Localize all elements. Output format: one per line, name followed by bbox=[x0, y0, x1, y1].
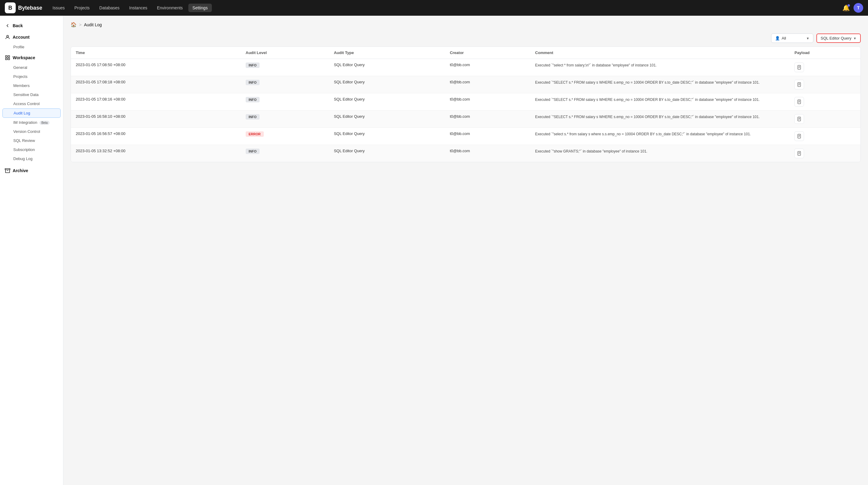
cell-type: SQL Editor Query bbox=[329, 76, 445, 93]
cell-type: SQL Editor Query bbox=[329, 145, 445, 162]
payload-icon bbox=[797, 117, 802, 121]
im-integration-beta-badge: Beta bbox=[39, 121, 50, 125]
cell-payload bbox=[789, 111, 861, 128]
table-row: 2023-01-05 16:58:10 +08:00 INFO SQL Edit… bbox=[71, 111, 861, 128]
nav-settings[interactable]: Settings bbox=[188, 4, 212, 12]
nav-issues[interactable]: Issues bbox=[48, 4, 69, 12]
svg-rect-4 bbox=[8, 58, 10, 60]
notification-dot bbox=[847, 4, 850, 7]
cell-type: SQL Editor Query bbox=[329, 93, 445, 111]
svg-rect-3 bbox=[5, 58, 7, 60]
cell-payload bbox=[789, 145, 861, 162]
workspace-section: Workspace General Projects Members Sensi… bbox=[0, 53, 63, 163]
cell-comment: Executed `"show GRANTS;"` in database "e… bbox=[530, 145, 789, 162]
table-row: 2023-01-05 13:32:52 +08:00 INFO SQL Edit… bbox=[71, 145, 861, 162]
account-section: Account Profile bbox=[0, 32, 63, 51]
level-badge: INFO bbox=[246, 97, 259, 103]
payload-icon bbox=[797, 65, 802, 70]
sidebar-item-debug-log[interactable]: Debug Log bbox=[2, 154, 61, 163]
cell-level: ERROR bbox=[241, 128, 329, 145]
cell-level: INFO bbox=[241, 93, 329, 111]
app-layout: Back Account Profile Works bbox=[0, 0, 868, 485]
payload-button[interactable] bbox=[794, 114, 804, 124]
cell-time: 2023-01-05 17:08:16 +08:00 bbox=[71, 93, 241, 111]
cell-comment: Executed `"SELECT s.* FROM salary s WHER… bbox=[530, 93, 789, 111]
cell-payload bbox=[789, 128, 861, 145]
payload-icon bbox=[797, 99, 802, 104]
payload-button[interactable] bbox=[794, 97, 804, 107]
sidebar-archive[interactable]: Archive bbox=[0, 166, 63, 176]
workspace-label: Workspace bbox=[13, 55, 35, 60]
table-row: 2023-01-05 17:08:50 +08:00 INFO SQL Edit… bbox=[71, 59, 861, 76]
account-group[interactable]: Account bbox=[0, 32, 63, 42]
cell-time: 2023-01-05 17:08:18 +08:00 bbox=[71, 76, 241, 93]
cell-payload bbox=[789, 76, 861, 93]
cell-comment: Executed `"select s.* from salary s wher… bbox=[530, 128, 789, 145]
breadcrumb: 🏠 > Audit Log bbox=[71, 22, 861, 27]
cell-creator: t0@bb.com bbox=[445, 76, 530, 93]
user-filter-arrow: ▼ bbox=[806, 36, 809, 40]
col-audit-level: Audit Level bbox=[241, 47, 329, 59]
breadcrumb-home[interactable]: 🏠 bbox=[71, 22, 77, 27]
archive-label: Archive bbox=[13, 168, 28, 173]
nav-projects[interactable]: Projects bbox=[70, 4, 94, 12]
notification-bell[interactable]: 🔔 bbox=[842, 4, 850, 11]
payload-button[interactable] bbox=[794, 149, 804, 158]
svg-point-0 bbox=[7, 35, 8, 37]
type-filter-select[interactable]: SQL Editor Query ▼ bbox=[816, 33, 861, 43]
payload-button[interactable] bbox=[794, 80, 804, 89]
workspace-icon bbox=[5, 55, 10, 60]
cell-type: SQL Editor Query bbox=[329, 128, 445, 145]
cell-payload bbox=[789, 93, 861, 111]
app-logo[interactable]: B Bytebase bbox=[5, 2, 42, 13]
cell-comment: Executed `"select * from salary;\n"` in … bbox=[530, 59, 789, 76]
sidebar-item-sql-review[interactable]: SQL Review bbox=[2, 136, 61, 145]
nav-databases[interactable]: Databases bbox=[95, 4, 124, 12]
col-audit-type: Audit Type bbox=[329, 47, 445, 59]
sidebar-item-im-integration[interactable]: IM Integration Beta bbox=[2, 118, 61, 127]
breadcrumb-current: Audit Log bbox=[84, 22, 102, 27]
user-filter-value: All bbox=[782, 36, 786, 40]
back-button[interactable]: Back bbox=[0, 21, 63, 31]
sidebar-item-profile[interactable]: Profile bbox=[2, 42, 61, 51]
col-time: Time bbox=[71, 47, 241, 59]
cell-payload bbox=[789, 59, 861, 76]
sidebar-item-access-control[interactable]: Access Control bbox=[2, 99, 61, 108]
level-badge: INFO bbox=[246, 149, 259, 154]
payload-icon bbox=[797, 151, 802, 156]
user-filter-select[interactable]: 👤 All ▼ bbox=[771, 33, 813, 43]
svg-rect-1 bbox=[5, 56, 7, 57]
cell-level: INFO bbox=[241, 59, 329, 76]
col-comment: Comment bbox=[530, 47, 789, 59]
sidebar-item-members[interactable]: Members bbox=[2, 81, 61, 90]
main-content: 🏠 > Audit Log 👤 All ▼ SQL Editor Query ▼… bbox=[63, 16, 868, 485]
sidebar-item-version-control[interactable]: Version Control bbox=[2, 127, 61, 136]
table-row: 2023-01-05 17:08:16 +08:00 INFO SQL Edit… bbox=[71, 93, 861, 111]
user-avatar[interactable]: T bbox=[854, 3, 863, 13]
level-badge: INFO bbox=[246, 62, 259, 68]
sidebar-back-section: Back bbox=[0, 21, 63, 31]
level-badge: INFO bbox=[246, 80, 259, 85]
cell-time: 2023-01-05 16:56:57 +08:00 bbox=[71, 128, 241, 145]
cell-time: 2023-01-05 13:32:52 +08:00 bbox=[71, 145, 241, 162]
account-label: Account bbox=[13, 35, 30, 39]
sidebar-item-audit-log[interactable]: Audit Log bbox=[2, 108, 61, 118]
breadcrumb-separator: > bbox=[79, 22, 82, 27]
sidebar-item-subscription[interactable]: Subscription bbox=[2, 145, 61, 154]
svg-rect-5 bbox=[5, 169, 10, 170]
sidebar-item-projects[interactable]: Projects bbox=[2, 72, 61, 81]
nav-instances[interactable]: Instances bbox=[125, 4, 152, 12]
back-icon bbox=[5, 23, 10, 28]
workspace-group[interactable]: Workspace bbox=[0, 53, 63, 63]
payload-button[interactable] bbox=[794, 131, 804, 141]
payload-button[interactable] bbox=[794, 62, 804, 72]
sidebar: Back Account Profile Works bbox=[0, 16, 63, 485]
cell-time: 2023-01-05 16:58:10 +08:00 bbox=[71, 111, 241, 128]
nav-environments[interactable]: Environments bbox=[153, 4, 187, 12]
cell-type: SQL Editor Query bbox=[329, 111, 445, 128]
svg-rect-2 bbox=[8, 56, 10, 57]
sidebar-item-sensitive-data[interactable]: Sensitive Data bbox=[2, 90, 61, 99]
cell-level: INFO bbox=[241, 76, 329, 93]
sidebar-item-general[interactable]: General bbox=[2, 63, 61, 72]
audit-log-table: Time Audit Level Audit Type Creator Comm… bbox=[71, 47, 861, 162]
